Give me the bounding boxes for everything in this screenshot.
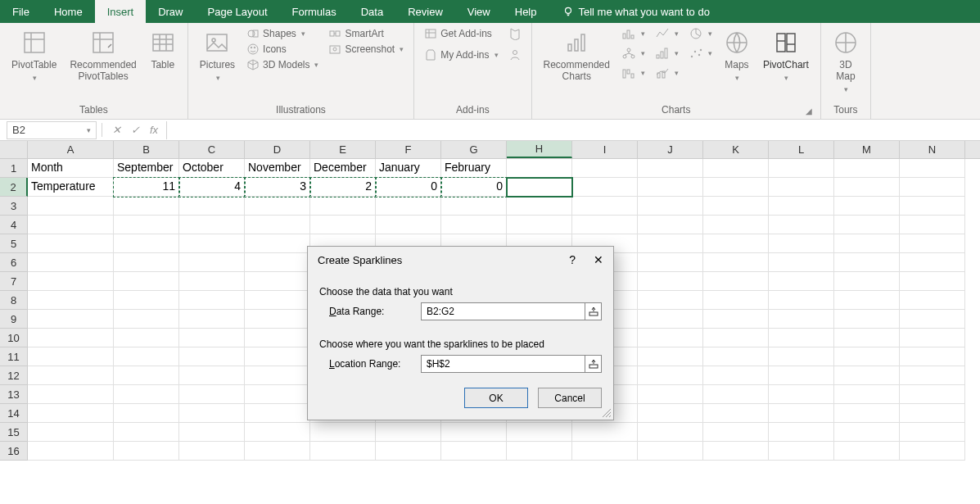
cell-h3[interactable] [507,197,572,216]
cell-d2[interactable]: 3 [245,178,310,197]
cell-m15[interactable] [834,423,900,442]
cell-b3[interactable] [114,197,179,216]
name-box[interactable]: B2 ▾ [7,121,97,139]
cell-l3[interactable] [769,197,834,216]
my-addins-button[interactable]: My Add-ins▾ [422,48,499,62]
cell-a5[interactable] [28,234,114,253]
waterfall-chart-button[interactable]: ▾ [620,66,647,80]
cell-d15[interactable] [245,423,310,442]
cell-d5[interactable] [245,234,310,253]
cell-c9[interactable] [179,310,245,329]
cell-k9[interactable] [703,310,769,329]
cell-a14[interactable] [28,404,114,423]
row-header-8[interactable]: 8 [0,291,28,310]
cell-g4[interactable] [441,216,507,234]
tab-view[interactable]: View [455,0,503,23]
row-header-2[interactable]: 2 [0,178,28,197]
row-header-12[interactable]: 12 [0,366,28,385]
cell-k3[interactable] [703,197,769,216]
tab-insert[interactable]: Insert [95,0,147,23]
cell-i2[interactable] [572,178,638,197]
cell-h2[interactable] [507,178,572,197]
cell-n14[interactable] [900,404,965,423]
cell-c14[interactable] [179,404,245,423]
cell-k5[interactable] [703,234,769,253]
cell-f3[interactable] [376,197,441,216]
cell-c16[interactable] [179,442,245,461]
cell-m8[interactable] [834,291,900,310]
cell-c7[interactable] [179,272,245,291]
dialog-launcher-icon[interactable]: ◢ [806,107,812,116]
cell-m6[interactable] [834,253,900,272]
cell-k16[interactable] [703,442,769,461]
cell-i15[interactable] [572,423,638,442]
tab-page-layout[interactable]: Page Layout [196,0,280,23]
cell-h1[interactable] [507,159,572,178]
cell-k4[interactable] [703,216,769,234]
cell-j1[interactable] [638,159,703,178]
cell-a2[interactable]: Temperature [28,178,114,197]
cell-k15[interactable] [703,423,769,442]
cell-e15[interactable] [310,423,376,442]
cancel-button[interactable]: Cancel [538,388,602,408]
cell-d4[interactable] [245,216,310,234]
cell-k1[interactable] [703,159,769,178]
combo-chart-button[interactable]: ▾ [653,66,680,80]
row-header-1[interactable]: 1 [0,159,28,178]
select-all-button[interactable] [0,141,28,159]
cell-e4[interactable] [310,216,376,234]
cell-k11[interactable] [703,347,769,366]
cell-j11[interactable] [638,347,703,366]
row-header-4[interactable]: 4 [0,216,28,234]
cell-e3[interactable] [310,197,376,216]
row-header-15[interactable]: 15 [0,423,28,442]
cell-d3[interactable] [245,197,310,216]
cell-b12[interactable] [114,366,179,385]
row-header-11[interactable]: 11 [0,347,28,366]
3d-models-button[interactable]: 3D Models▾ [245,57,320,72]
range-picker-icon[interactable] [585,356,601,372]
cell-d12[interactable] [245,366,310,385]
col-header-h[interactable]: H [507,141,572,158]
tab-draw[interactable]: Draw [146,0,195,23]
cell-b11[interactable] [114,347,179,366]
tab-file[interactable]: File [0,0,42,23]
get-addins-button[interactable]: Get Add-ins [422,26,499,41]
smartart-button[interactable]: SmartArt [327,26,405,41]
cell-b8[interactable] [114,291,179,310]
cell-g16[interactable] [441,442,507,461]
cell-f16[interactable] [376,442,441,461]
cell-d7[interactable] [245,272,310,291]
tell-me[interactable]: Tell me what you want to do [553,0,720,23]
col-header-j[interactable]: J [638,141,703,158]
column-chart-button[interactable]: ▾ [620,26,647,41]
cell-a6[interactable] [28,253,114,272]
cell-d10[interactable] [245,329,310,347]
cell-c4[interactable] [179,216,245,234]
cell-a11[interactable] [28,347,114,366]
tab-help[interactable]: Help [503,0,549,23]
cell-a4[interactable] [28,216,114,234]
cell-j5[interactable] [638,234,703,253]
cell-d8[interactable] [245,291,310,310]
cell-b14[interactable] [114,404,179,423]
close-icon[interactable]: ✕ [594,253,603,266]
cell-c2[interactable]: 4 [179,178,245,197]
screenshot-button[interactable]: Screenshot▾ [327,42,405,57]
cell-k13[interactable] [703,385,769,404]
cell-d9[interactable] [245,310,310,329]
cell-n11[interactable] [900,347,965,366]
cell-b16[interactable] [114,442,179,461]
cell-i3[interactable] [572,197,638,216]
tab-home[interactable]: Home [42,0,95,23]
cell-l5[interactable] [769,234,834,253]
cell-k8[interactable] [703,291,769,310]
cell-a12[interactable] [28,366,114,385]
cell-f4[interactable] [376,216,441,234]
icons-button[interactable]: Icons [245,42,320,57]
cell-l15[interactable] [769,423,834,442]
cell-i16[interactable] [572,442,638,461]
cell-m4[interactable] [834,216,900,234]
cell-e1[interactable]: December [310,159,376,178]
cell-g1[interactable]: February [441,159,507,178]
